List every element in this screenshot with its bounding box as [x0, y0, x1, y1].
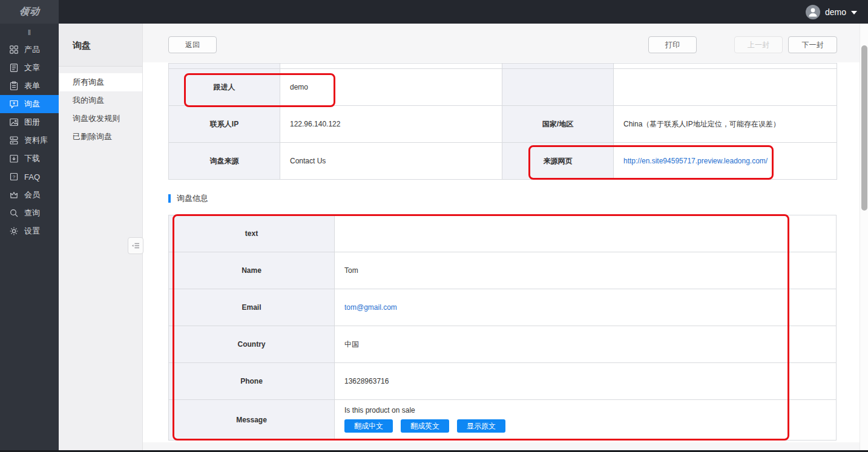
- download-icon: [9, 154, 19, 163]
- scrollbar-track[interactable]: [860, 24, 868, 452]
- inquiry-info-section-header: 询盘信息: [168, 193, 208, 204]
- sidebar-item-label: FAQ: [24, 172, 40, 182]
- table-row-text: text: [169, 215, 837, 252]
- sidebar-item-albums[interactable]: 图册: [0, 113, 59, 131]
- collapse-menu-icon: [131, 241, 140, 251]
- svg-text:¥: ¥: [13, 101, 15, 105]
- phone-value: 13628963716: [335, 363, 837, 400]
- sidebar: ‖ 产品 文章 表单 ¥ 询盘 图册 资料库 下载 ?: [0, 24, 59, 452]
- table-row-country: Country 中国: [169, 326, 837, 363]
- main-content: 返回 打印 上一封 下一封 跟进人 demo 联系人IP 122.96.140.…: [143, 24, 860, 452]
- follower-value: demo: [280, 69, 502, 106]
- settings-gear-icon: [9, 226, 19, 236]
- sidebar-item-faq[interactable]: ? FAQ: [0, 168, 59, 186]
- search-icon: [9, 208, 19, 218]
- text-field-value: [335, 215, 837, 252]
- sidebar-collapse-icon[interactable]: ‖: [0, 24, 59, 41]
- table-row-partial: [169, 64, 837, 69]
- sidebar-item-forms[interactable]: 表单: [0, 77, 59, 95]
- sidebar-item-label: 文章: [24, 62, 40, 73]
- name-label: Name: [169, 252, 335, 289]
- contact-ip-value: 122.96.140.122: [280, 106, 502, 143]
- sub-item-all-inquiries[interactable]: 所有询盘: [59, 73, 142, 91]
- sidebar-item-label: 下载: [24, 153, 40, 164]
- sidebar-item-members[interactable]: 会员: [0, 186, 59, 204]
- sidebar-item-products[interactable]: 产品: [0, 41, 59, 59]
- sidebar-item-inquiries[interactable]: ¥ 询盘: [0, 95, 59, 113]
- chevron-down-icon: [851, 11, 857, 15]
- text-field-label: text: [169, 215, 335, 252]
- message-label: Message: [169, 400, 335, 441]
- sidebar-item-label: 询盘: [24, 99, 40, 110]
- table-row-phone: Phone 13628963716: [169, 363, 837, 400]
- country-label: Country: [169, 326, 335, 363]
- table-row-message: Message Is this product on sale 翻成中文 翻成英…: [169, 400, 837, 441]
- translate-to-chinese-button[interactable]: 翻成中文: [344, 419, 393, 433]
- sidebar-item-downloads[interactable]: 下载: [0, 149, 59, 168]
- sub-item-inquiry-rules[interactable]: 询盘收发规则: [59, 110, 142, 128]
- topbar: 领动 demo: [0, 0, 868, 24]
- next-inquiry-button[interactable]: 下一封: [788, 36, 837, 53]
- sub-item-deleted-inquiries[interactable]: 已删除询盘: [59, 128, 142, 146]
- sidebar-item-label: 资料库: [24, 135, 48, 146]
- inquiry-chat-icon: ¥: [9, 99, 19, 109]
- translate-to-english-button[interactable]: 翻成英文: [401, 419, 449, 433]
- table-row-ip-country: 联系人IP 122.96.140.122 国家/地区 China（基于联系人IP…: [169, 106, 837, 143]
- sidebar-item-label: 查询: [24, 208, 40, 218]
- country-region-label: 国家/地区: [502, 106, 614, 143]
- brand-logo-text: 领动: [18, 5, 41, 18]
- source-page-label: 来源网页: [502, 143, 614, 180]
- sub-item-my-inquiries[interactable]: 我的询盘: [59, 91, 142, 110]
- user-menu[interactable]: demo: [806, 0, 857, 24]
- show-original-button[interactable]: 显示原文: [457, 419, 505, 433]
- inquiry-source-label: 询盘来源: [169, 143, 280, 180]
- table-row-source: 询盘来源 Contact Us 来源网页 http://en.site94595…: [169, 143, 837, 180]
- svg-text:?: ?: [13, 174, 16, 180]
- sub-sidebar-title: 询盘: [59, 24, 142, 67]
- library-stack-icon: [9, 136, 19, 145]
- sidebar-item-label: 设置: [24, 226, 40, 237]
- sidebar-item-label: 图册: [24, 117, 40, 128]
- inquiry-source-value: Contact Us: [280, 143, 502, 180]
- email-label: Email: [169, 289, 335, 326]
- section-title: 询盘信息: [177, 193, 208, 204]
- email-link[interactable]: tom@gmail.com: [344, 303, 397, 312]
- phone-label: Phone: [169, 363, 335, 400]
- contact-ip-label: 联系人IP: [169, 106, 280, 143]
- faq-question-icon: ?: [9, 172, 19, 182]
- forms-clipboard-icon: [9, 81, 19, 91]
- message-value: Is this product on sale: [344, 406, 836, 414]
- username: demo: [825, 7, 846, 17]
- previous-inquiry-button[interactable]: 上一封: [734, 36, 783, 53]
- member-crown-icon: [9, 190, 19, 200]
- sidebar-item-label: 表单: [24, 80, 40, 91]
- sidebar-item-settings[interactable]: 设置: [0, 222, 59, 240]
- sidebar-item-search[interactable]: 查询: [0, 204, 59, 222]
- page: 领动 demo ‖ 产品 文章 表单 ¥ 询盘 图: [0, 0, 868, 452]
- inquiry-detail-table: 跟进人 demo 联系人IP 122.96.140.122 国家/地区 Chin…: [168, 63, 837, 180]
- country-region-value: China（基于联系人IP地址定位，可能存在误差）: [614, 106, 837, 143]
- sidebar-item-articles[interactable]: 文章: [0, 59, 59, 77]
- back-button[interactable]: 返回: [168, 36, 217, 53]
- scrollbar-thumb[interactable]: [861, 45, 867, 211]
- sidebar-item-library[interactable]: 资料库: [0, 131, 59, 149]
- section-accent-bar: [168, 194, 171, 203]
- logo[interactable]: 领动: [0, 0, 59, 24]
- name-value: Tom: [335, 252, 837, 289]
- source-page-link[interactable]: http://en.site94595717.preview.leadong.c…: [623, 157, 768, 165]
- inquiry-info-table: text Name Tom Email tom@gmail.com Countr…: [168, 215, 837, 441]
- table-row-name: Name Tom: [169, 252, 837, 289]
- avatar-icon: [806, 5, 820, 19]
- country-value: 中国: [335, 326, 837, 363]
- sidebar-item-label: 产品: [24, 44, 40, 55]
- sub-sidebar-collapse-button[interactable]: [128, 237, 143, 254]
- follower-label: 跟进人: [169, 69, 280, 106]
- table-row-follower: 跟进人 demo: [169, 69, 837, 106]
- print-button[interactable]: 打印: [648, 36, 697, 53]
- sidebar-item-label: 会员: [24, 189, 40, 200]
- products-grid-icon: [9, 45, 19, 54]
- album-image-icon: [9, 117, 19, 127]
- articles-doc-icon: [9, 63, 19, 73]
- table-row-email: Email tom@gmail.com: [169, 289, 837, 326]
